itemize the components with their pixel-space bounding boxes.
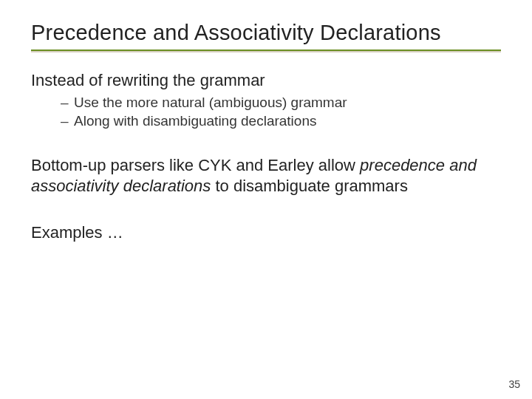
slide: Precedence and Associativity Declaration… <box>0 0 532 399</box>
list-item: Use the more natural (ambiguous) grammar <box>61 94 501 112</box>
paragraph-examples: Examples … <box>31 222 501 243</box>
title-underline <box>31 50 501 60</box>
paragraph-parsers: Bottom-up parsers like CYK and Earley al… <box>31 155 501 196</box>
slide-title: Precedence and Associativity Declaration… <box>31 21 501 45</box>
lead-paragraph: Instead of rewriting the grammar <box>31 70 501 91</box>
bullet-text: Use the more natural (ambiguous) grammar <box>74 95 347 110</box>
para2-pre: Bottom-up parsers like CYK and Earley al… <box>31 156 360 174</box>
list-item: Along with disambiguating declarations <box>61 112 501 130</box>
para2-post: to disambiguate grammars <box>211 177 408 195</box>
slide-body: Instead of rewriting the grammar Use the… <box>31 70 501 243</box>
bullet-text: Along with disambiguating declarations <box>74 113 316 129</box>
page-number: 35 <box>508 378 520 390</box>
underline-main <box>31 50 501 53</box>
sub-bullet-list: Use the more natural (ambiguous) grammar… <box>31 94 501 131</box>
